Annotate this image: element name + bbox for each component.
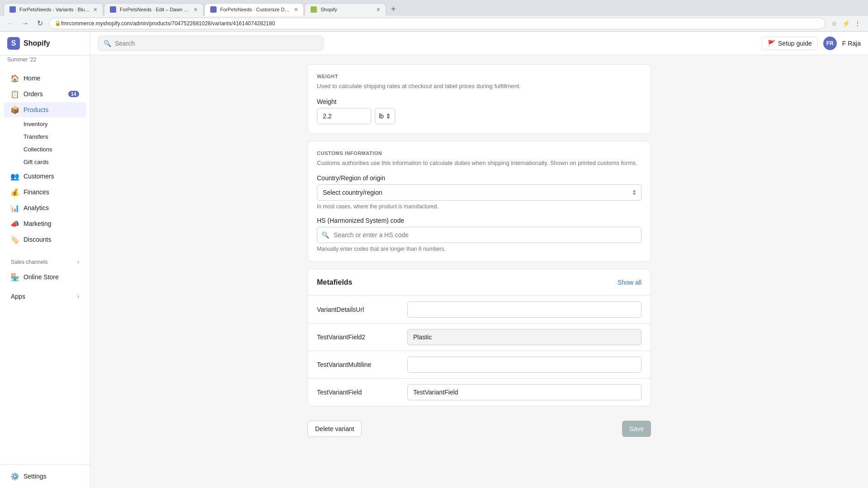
customs-section-description: Customs authorities use this information…	[317, 159, 642, 168]
sidebar-item-products-label: Products	[24, 106, 48, 113]
sidebar-item-marketing-label: Marketing	[24, 220, 51, 227]
tab-close-1[interactable]: ×	[94, 6, 97, 13]
sidebar-header: S Shopify	[0, 32, 90, 56]
avatar-name: F Raja	[842, 40, 861, 47]
show-all-link[interactable]: Show all	[618, 279, 642, 286]
bookmark-icon[interactable]: ☆	[829, 19, 839, 28]
delete-variant-button[interactable]: Delete variant	[307, 421, 362, 437]
hs-helper-text: Manually enter codes that are longer tha…	[317, 246, 642, 252]
sidebar-nav: 🏠 Home 📋 Orders 14 📦 Products Inventory …	[0, 66, 90, 464]
tab-close-3[interactable]: ×	[294, 6, 298, 13]
sidebar-item-transfers[interactable]: Transfers	[4, 131, 86, 143]
marketing-icon: 📣	[11, 220, 19, 228]
hs-search-input[interactable]	[317, 227, 642, 243]
sidebar: S Shopify Summer '22 🏠 Home 📋 Orders 14 …	[0, 32, 90, 488]
menu-icon[interactable]: ⋮	[853, 19, 863, 28]
tab-favicon-1	[9, 6, 16, 13]
back-button[interactable]: ←	[5, 18, 16, 29]
browser-tab-3[interactable]: ForPetsNeeds · Customize Dawn... ×	[204, 3, 304, 16]
sidebar-footer: ⚙️ Settings	[0, 464, 90, 488]
orders-badge: 14	[68, 91, 79, 97]
search-input[interactable]	[115, 40, 318, 47]
metafield-row-0: VariantDetailsUrl	[308, 296, 651, 323]
weight-unit-label: lb	[379, 113, 384, 120]
sidebar-item-transfers-label: Transfers	[24, 133, 48, 140]
sidebar-item-home-label: Home	[24, 75, 40, 82]
tab-title-2: ForPetsNeeds · Edit – Dawn – Pr...	[120, 7, 190, 12]
browser-toolbar: ← → ↻ 🔒 fmrcommerce.myshopify.com/admin/…	[0, 16, 868, 32]
tab-close-4[interactable]: ×	[377, 6, 380, 13]
sidebar-item-online-store[interactable]: 🏪 Online Store	[4, 269, 86, 285]
search-bar[interactable]: 🔍	[98, 36, 324, 51]
sidebar-item-customers[interactable]: 👥 Customers	[4, 169, 86, 184]
weight-field-label: Weight	[317, 98, 642, 105]
metafield-input-1[interactable]	[407, 329, 642, 345]
customers-icon: 👥	[11, 172, 19, 180]
sidebar-item-collections[interactable]: Collections	[4, 143, 86, 155]
browser-tab-1[interactable]: ForPetsNeeds - Variants · Blue – S ×	[4, 3, 103, 16]
sidebar-item-inventory-label: Inventory	[24, 121, 47, 127]
tab-title-3: ForPetsNeeds · Customize Dawn...	[220, 7, 291, 12]
metafields-title: Metafields	[317, 278, 352, 286]
customs-section: CUSTOMS INFORMATION Customs authorities …	[308, 141, 651, 262]
sidebar-item-analytics[interactable]: 📊 Analytics	[4, 200, 86, 216]
metafield-label-0: VariantDetailsUrl	[317, 306, 407, 313]
sidebar-item-customers-label: Customers	[24, 173, 54, 180]
sidebar-item-discounts[interactable]: 🏷️ Discounts	[4, 232, 86, 247]
metafield-input-0[interactable]	[407, 301, 642, 318]
search-icon: 🔍	[104, 40, 111, 47]
metafield-input-3[interactable]	[407, 384, 642, 400]
tab-favicon-2	[110, 6, 116, 13]
weight-section-title: WEIGHT	[317, 74, 642, 79]
metafield-row-1: TestVariantField2	[308, 323, 651, 351]
forward-button[interactable]: →	[20, 18, 31, 29]
hs-search-icon: 🔍	[321, 231, 329, 239]
finances-icon: 💰	[11, 188, 19, 196]
store-name: Summer '22	[0, 56, 90, 66]
sales-channels-label: Sales channels	[11, 259, 47, 265]
avatar[interactable]: FR	[823, 37, 837, 50]
browser-tab-2[interactable]: ForPetsNeeds · Edit – Dawn – Pr... ×	[104, 3, 203, 16]
country-select[interactable]: Select country/region	[317, 184, 642, 201]
sidebar-item-online-store-label: Online Store	[24, 273, 59, 281]
browser-tabs: ForPetsNeeds - Variants · Blue – S × For…	[0, 0, 868, 16]
topbar-right: 🚩 Setup guide FR F Raja	[762, 37, 861, 50]
tab-close-2[interactable]: ×	[194, 6, 198, 13]
metafield-input-2[interactable]	[407, 357, 642, 373]
sidebar-item-collections-label: Collections	[24, 146, 52, 153]
sidebar-item-finances[interactable]: 💰 Finances	[4, 184, 86, 200]
tab-favicon-4	[311, 6, 317, 13]
sidebar-item-home[interactable]: 🏠 Home	[4, 70, 86, 86]
browser-tab-4[interactable]: Shopify ×	[305, 3, 386, 16]
sidebar-item-marketing[interactable]: 📣 Marketing	[4, 216, 86, 231]
weight-unit-select[interactable]: lb ⇕	[375, 108, 395, 124]
sidebar-item-discounts-label: Discounts	[24, 236, 51, 243]
sidebar-item-settings[interactable]: ⚙️ Settings	[4, 469, 86, 484]
hs-search-wrapper: 🔍	[317, 227, 642, 243]
setup-guide-button[interactable]: 🚩 Setup guide	[762, 37, 818, 50]
home-icon: 🏠	[11, 74, 19, 82]
country-select-wrapper: Select country/region ⇕	[317, 184, 642, 201]
sidebar-item-gift-cards[interactable]: Gift cards	[4, 156, 86, 168]
shopify-logo-text: Shopify	[24, 39, 50, 47]
sales-channels-section[interactable]: Sales channels ›	[4, 255, 86, 269]
sidebar-item-settings-label: Settings	[24, 473, 47, 480]
new-tab-button[interactable]: +	[387, 3, 400, 16]
save-button[interactable]: Save	[622, 421, 651, 437]
app-container: S Shopify Summer '22 🏠 Home 📋 Orders 14 …	[0, 32, 868, 488]
sidebar-item-inventory[interactable]: Inventory	[4, 118, 86, 130]
address-bar[interactable]: 🔒 fmrcommerce.myshopify.com/admin/produc…	[49, 18, 826, 29]
country-field-label: Country/Region of origin	[317, 174, 642, 182]
weight-unit-arrow: ⇕	[386, 113, 391, 120]
metafield-label-2: TestVariantMultiline	[317, 361, 407, 368]
metafield-value-1	[407, 329, 642, 345]
tab-title-1: ForPetsNeeds - Variants · Blue – S	[19, 7, 90, 12]
extensions-icon[interactable]: ⚡	[841, 19, 851, 28]
weight-input[interactable]	[317, 108, 371, 124]
sidebar-item-products[interactable]: 📦 Products	[4, 102, 86, 117]
apps-section[interactable]: Apps ›	[4, 289, 86, 304]
analytics-icon: 📊	[11, 204, 19, 212]
reload-button[interactable]: ↻	[34, 18, 45, 29]
metafield-value-0	[407, 301, 642, 318]
sidebar-item-orders[interactable]: 📋 Orders 14	[4, 86, 86, 102]
